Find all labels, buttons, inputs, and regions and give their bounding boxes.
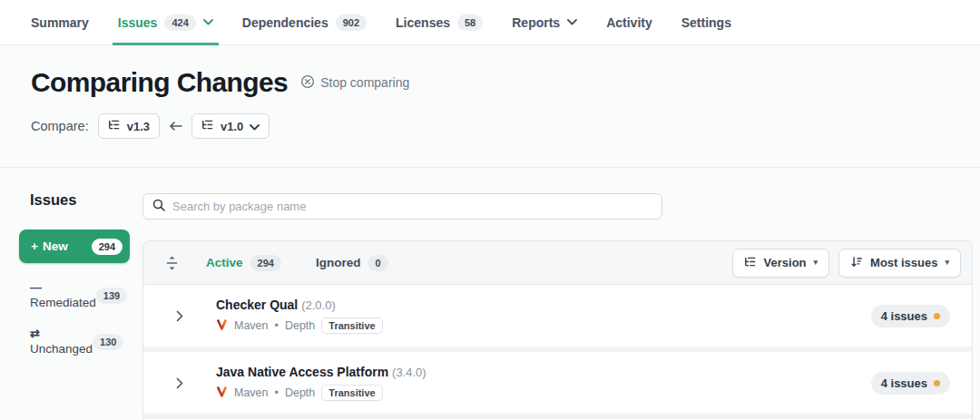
compare-from-version-button[interactable]: v1.3 bbox=[98, 113, 160, 139]
depth-label: Depth bbox=[285, 319, 315, 332]
sort-dropdown[interactable]: Most issues ▾ bbox=[838, 249, 961, 278]
chevron-down-icon bbox=[567, 19, 577, 25]
licenses-count-badge: 58 bbox=[457, 15, 483, 31]
issues-count-text: 4 issues bbox=[881, 309, 927, 323]
tab-activity-label: Activity bbox=[606, 15, 652, 30]
package-name: Checker Qual bbox=[216, 298, 298, 312]
filter-unchanged-count: 130 bbox=[93, 334, 123, 350]
depth-badge: Transitive bbox=[321, 385, 382, 401]
package-version: (3.4.0) bbox=[392, 366, 426, 379]
filter-new-label: New bbox=[43, 239, 68, 253]
issues-panel-header: Active 294 Ignored 0 Version ▾ bbox=[143, 241, 972, 285]
issues-count-pill[interactable]: 4 issues bbox=[871, 305, 950, 327]
list-tree-icon bbox=[108, 119, 121, 133]
tab-ignored-count: 0 bbox=[368, 255, 387, 271]
maven-icon bbox=[216, 318, 228, 333]
tab-settings-label: Settings bbox=[681, 15, 731, 30]
maven-icon bbox=[216, 386, 228, 400]
circled-x-icon bbox=[300, 74, 315, 92]
filter-remediated-label: Remediated bbox=[30, 296, 96, 309]
page-header: Comparing Changes Stop comparing Compare… bbox=[0, 45, 980, 168]
tab-issues-label: Issues bbox=[118, 15, 158, 30]
chevron-down-icon bbox=[250, 120, 260, 133]
tab-settings[interactable]: Settings bbox=[681, 0, 731, 45]
package-version: (2.0.0) bbox=[301, 298, 336, 312]
caret-down-icon: ▾ bbox=[814, 259, 818, 267]
stop-comparing-button[interactable]: Stop comparing bbox=[300, 74, 409, 92]
tab-active-issues[interactable]: Active 294 bbox=[206, 255, 281, 271]
package-search bbox=[142, 193, 662, 220]
list-tree-icon bbox=[201, 119, 214, 133]
chevron-right-icon[interactable] bbox=[143, 310, 216, 322]
tab-reports[interactable]: Reports bbox=[512, 0, 577, 45]
package-name: Java Native Access Platform bbox=[216, 365, 388, 379]
package-ecosystem: Maven bbox=[234, 319, 269, 332]
chevron-right-icon[interactable] bbox=[143, 377, 216, 389]
filter-new-button[interactable]: + New 294 bbox=[19, 230, 130, 263]
unfold-vertical-icon[interactable] bbox=[165, 255, 179, 271]
dependencies-count-badge: 902 bbox=[336, 15, 367, 31]
sort-descending-icon bbox=[850, 256, 863, 270]
meta-dot: • bbox=[275, 319, 279, 332]
tab-issues[interactable]: Issues 424 bbox=[118, 0, 213, 45]
page-title: Comparing Changes bbox=[31, 67, 288, 98]
depth-badge: Transitive bbox=[321, 317, 382, 334]
package-ecosystem: Maven bbox=[234, 386, 269, 399]
caret-down-icon: ▾ bbox=[945, 259, 949, 267]
tab-dependencies-label: Dependencies bbox=[242, 15, 328, 30]
chevron-down-icon bbox=[203, 19, 213, 25]
sidebar-title: Issues bbox=[30, 191, 130, 209]
compare-to-version-label: v1.0 bbox=[220, 120, 243, 133]
package-row[interactable]: Checker Qual (2.0.0) Maven • Depth Trans… bbox=[143, 285, 972, 347]
search-input[interactable] bbox=[172, 200, 652, 213]
tab-summary-label: Summary bbox=[31, 15, 89, 30]
filter-unchanged-label: Unchanged bbox=[30, 342, 93, 356]
swap-arrows-icon: ⇄ bbox=[30, 327, 93, 340]
depth-label: Depth bbox=[285, 386, 315, 399]
issues-count-text: 4 issues bbox=[881, 376, 927, 390]
minus-icon: — bbox=[30, 281, 96, 294]
sort-dropdown-label: Most issues bbox=[870, 256, 937, 269]
tab-ignored-issues[interactable]: Ignored 0 bbox=[316, 255, 388, 271]
meta-dot: • bbox=[275, 386, 279, 399]
filter-remediated-count: 139 bbox=[96, 288, 127, 304]
filter-new-count: 294 bbox=[92, 239, 122, 255]
issues-sidebar: Issues + New 294 — Remediated 139 ⇄ Unch… bbox=[19, 168, 130, 356]
tab-active-label: Active bbox=[206, 256, 243, 269]
tab-summary[interactable]: Summary bbox=[31, 0, 89, 45]
top-nav: Summary Issues 424 Dependencies 902 Lice… bbox=[0, 0, 980, 45]
arrow-left-icon bbox=[169, 121, 182, 132]
issues-panel: Active 294 Ignored 0 Version ▾ bbox=[142, 240, 973, 420]
filter-remediated[interactable]: — Remediated 139 bbox=[30, 281, 117, 309]
tab-activity[interactable]: Activity bbox=[606, 0, 652, 45]
plus-icon: + bbox=[31, 239, 38, 253]
filter-unchanged[interactable]: ⇄ Unchanged 130 bbox=[30, 327, 117, 356]
version-dropdown[interactable]: Version ▾ bbox=[732, 249, 830, 278]
tab-licenses[interactable]: Licenses 58 bbox=[396, 0, 483, 45]
version-dropdown-label: Version bbox=[764, 256, 807, 269]
compare-to-version-button[interactable]: v1.0 bbox=[191, 113, 270, 139]
warning-dot-icon bbox=[934, 313, 940, 319]
compare-label: Compare: bbox=[31, 119, 89, 133]
issues-count-badge: 424 bbox=[164, 15, 195, 31]
package-row[interactable]: Java Native Access Platform (3.4.0) Mave… bbox=[143, 352, 972, 414]
search-icon bbox=[152, 199, 165, 215]
list-tree-icon bbox=[744, 256, 757, 270]
issues-count-pill[interactable]: 4 issues bbox=[871, 372, 950, 395]
compare-from-version-label: v1.3 bbox=[127, 120, 150, 133]
tab-ignored-label: Ignored bbox=[316, 256, 361, 269]
tab-active-count: 294 bbox=[250, 255, 281, 271]
tab-dependencies[interactable]: Dependencies 902 bbox=[242, 0, 367, 45]
stop-comparing-label: Stop comparing bbox=[320, 75, 409, 90]
warning-dot-icon bbox=[934, 380, 940, 386]
tab-licenses-label: Licenses bbox=[396, 15, 450, 30]
tab-reports-label: Reports bbox=[512, 15, 560, 30]
